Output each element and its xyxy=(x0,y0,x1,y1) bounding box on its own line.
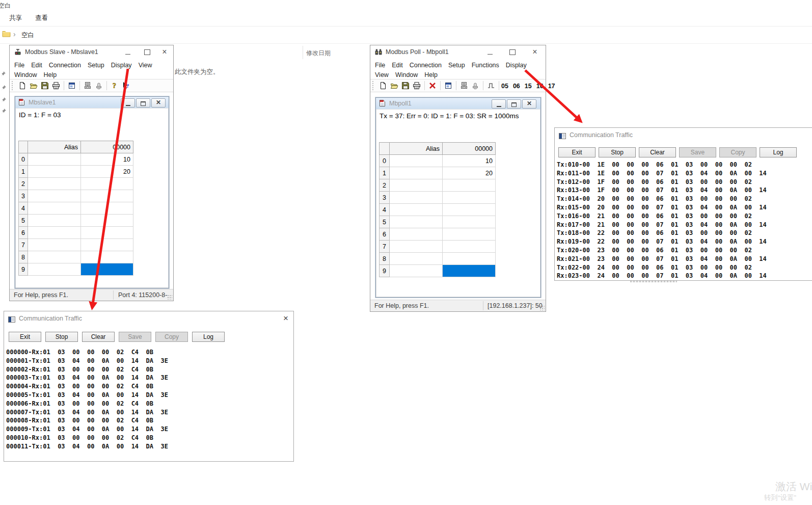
minimize-icon[interactable] xyxy=(121,98,135,108)
value-cell[interactable] xyxy=(81,251,133,263)
station-icon[interactable] xyxy=(470,81,481,91)
alias-cell[interactable] xyxy=(390,241,443,253)
value-cell[interactable] xyxy=(443,228,496,241)
value-cell[interactable] xyxy=(443,204,496,216)
menu-edit[interactable]: Edit xyxy=(31,62,42,69)
alias-cell[interactable] xyxy=(390,167,443,179)
menu-view[interactable]: View xyxy=(139,62,152,69)
traffic-clear-button[interactable]: Clear xyxy=(82,332,115,342)
alias-cell[interactable] xyxy=(28,251,81,263)
print-icon[interactable] xyxy=(50,81,62,91)
menu-edit[interactable]: Edit xyxy=(392,62,403,69)
traffic-stop-button[interactable]: Stop xyxy=(599,147,636,157)
value-cell[interactable] xyxy=(443,253,496,265)
alias-cell[interactable] xyxy=(28,215,81,227)
menu-functions[interactable]: Functions xyxy=(472,62,499,69)
value-cell[interactable] xyxy=(81,239,133,251)
value-cell[interactable] xyxy=(81,263,133,276)
traffic-exit-button[interactable]: Exit xyxy=(558,147,596,157)
function-code-05[interactable]: 05 xyxy=(501,83,508,90)
save-icon[interactable] xyxy=(400,81,411,91)
maximize-icon[interactable] xyxy=(143,47,152,57)
alias-cell[interactable] xyxy=(390,204,443,216)
value-cell[interactable] xyxy=(443,265,496,277)
save-icon[interactable] xyxy=(39,81,50,91)
value-cell[interactable] xyxy=(443,192,496,204)
minimize-icon[interactable] xyxy=(492,99,506,109)
menu-view[interactable]: View xyxy=(375,71,389,78)
menu-display[interactable]: Display xyxy=(506,62,527,69)
help-icon[interactable]: ? xyxy=(109,81,120,91)
display-window-icon[interactable] xyxy=(66,81,77,91)
traffic-icon[interactable] xyxy=(458,81,470,91)
context-help-icon[interactable]: ? xyxy=(120,81,131,91)
function-code-06[interactable]: 06 xyxy=(513,83,520,90)
traffic-copy-button[interactable]: Copy xyxy=(155,332,188,342)
menu-display[interactable]: Display xyxy=(111,62,132,69)
value-cell[interactable] xyxy=(81,190,133,202)
alias-cell[interactable] xyxy=(390,228,443,241)
alias-cell[interactable] xyxy=(28,227,81,239)
close-icon[interactable]: ✕ xyxy=(151,98,166,108)
print-icon[interactable] xyxy=(411,81,422,91)
alias-cell[interactable] xyxy=(390,253,443,265)
value-cell[interactable]: 10 xyxy=(81,153,133,166)
restore-icon[interactable] xyxy=(136,98,150,108)
close-icon[interactable]: × xyxy=(283,313,288,324)
resize-grip[interactable] xyxy=(539,305,545,310)
open-file-icon[interactable] xyxy=(28,81,39,91)
traffic-icon[interactable] xyxy=(82,81,93,91)
traffic-save-button[interactable]: Save xyxy=(119,332,151,342)
cancel-icon[interactable] xyxy=(427,81,438,91)
traffic-log-button[interactable]: Log xyxy=(760,147,797,157)
menu-help[interactable]: Help xyxy=(43,71,57,78)
alias-cell[interactable] xyxy=(390,265,443,277)
menu-connection[interactable]: Connection xyxy=(49,62,81,69)
value-cell[interactable] xyxy=(81,227,133,239)
alias-cell[interactable] xyxy=(28,178,81,190)
menu-file[interactable]: File xyxy=(14,62,24,69)
function-code-16[interactable]: 16 xyxy=(536,83,544,90)
value-cell[interactable] xyxy=(81,215,133,227)
resize-grip[interactable] xyxy=(167,295,172,300)
traffic-save-button[interactable]: Save xyxy=(679,147,716,157)
alias-cell[interactable] xyxy=(28,263,81,276)
alias-cell[interactable] xyxy=(390,192,443,204)
traffic-exit-button[interactable]: Exit xyxy=(9,332,41,342)
alias-cell[interactable] xyxy=(28,166,81,178)
alias-cell[interactable] xyxy=(390,216,443,228)
open-file-icon[interactable] xyxy=(389,81,400,91)
new-file-icon[interactable] xyxy=(377,81,389,91)
ribbon-tab-share[interactable]: 共享 xyxy=(9,14,22,22)
alias-cell[interactable] xyxy=(390,155,443,167)
menu-help[interactable]: Help xyxy=(424,71,438,78)
value-cell[interactable] xyxy=(443,179,496,192)
menu-file[interactable]: File xyxy=(375,62,385,69)
ribbon-tab-view[interactable]: 查看 xyxy=(35,14,48,22)
column-header-date-modified[interactable]: 修改日期 xyxy=(306,49,331,58)
minimize-icon[interactable] xyxy=(485,47,495,57)
breadcrumb[interactable]: 空白 xyxy=(21,31,34,40)
restore-icon[interactable] xyxy=(507,99,521,109)
function-code-15[interactable]: 15 xyxy=(525,83,532,90)
close-icon[interactable]: × xyxy=(160,47,169,57)
value-cell[interactable]: 20 xyxy=(443,167,496,179)
traffic-log-button[interactable]: Log xyxy=(192,332,225,342)
station-icon[interactable] xyxy=(93,81,104,91)
value-cell[interactable] xyxy=(81,202,133,215)
alias-cell[interactable] xyxy=(28,190,81,202)
menu-window[interactable]: Window xyxy=(395,71,418,78)
pulse-icon[interactable] xyxy=(485,81,497,91)
traffic-clear-button[interactable]: Clear xyxy=(639,147,676,157)
traffic-copy-button[interactable]: Copy xyxy=(719,147,756,157)
menu-connection[interactable]: Connection xyxy=(410,62,442,69)
menu-setup[interactable]: Setup xyxy=(448,62,465,69)
value-cell[interactable]: 10 xyxy=(443,155,496,167)
minimize-icon[interactable] xyxy=(123,47,132,57)
traffic-stop-button[interactable]: Stop xyxy=(45,332,78,342)
alias-cell[interactable] xyxy=(390,179,443,192)
value-cell[interactable]: 20 xyxy=(81,166,133,178)
value-cell[interactable] xyxy=(443,216,496,228)
alias-cell[interactable] xyxy=(28,153,81,166)
maximize-icon[interactable] xyxy=(508,47,517,57)
